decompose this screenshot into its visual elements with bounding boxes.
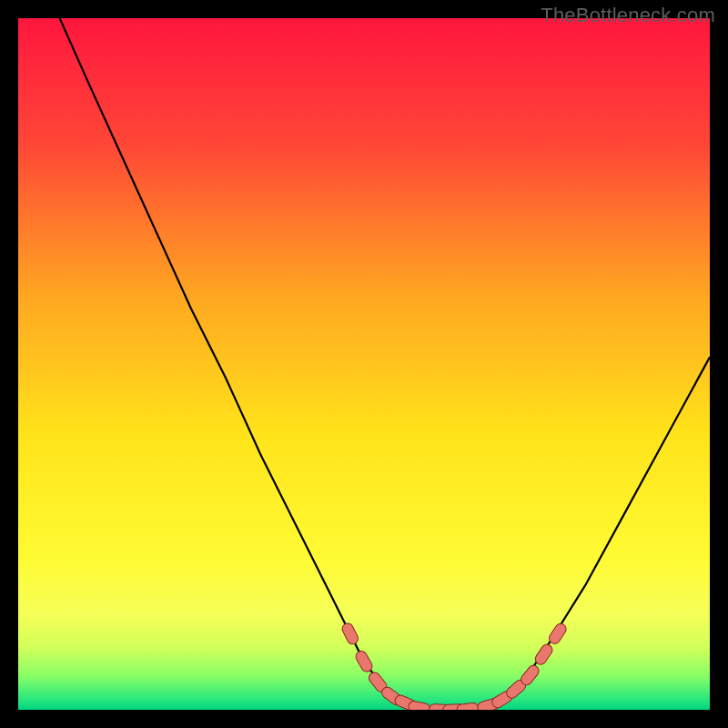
- watermark-text: TheBottleneck.com: [541, 4, 715, 27]
- chart-frame: TheBottleneck.com: [0, 0, 728, 728]
- plot-area: [18, 18, 710, 710]
- chart-svg: [18, 18, 710, 710]
- gradient-background: [18, 18, 710, 710]
